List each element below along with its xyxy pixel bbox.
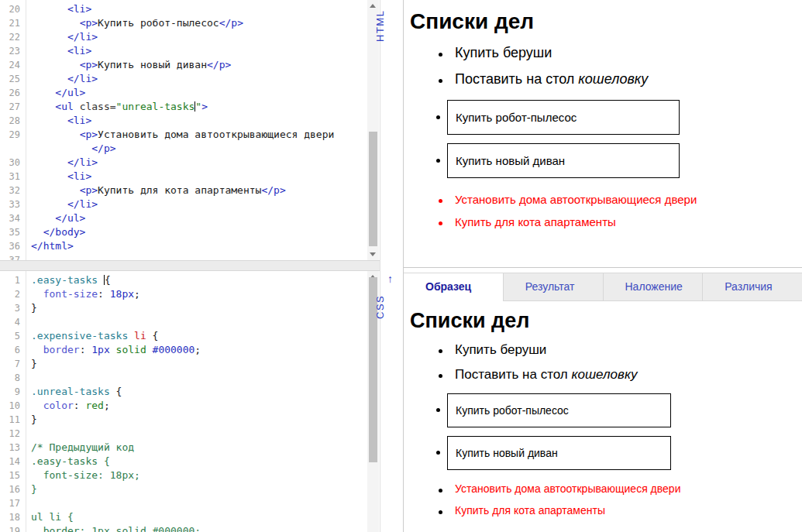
code-line[interactable]: 24 <p>Купить новый диван</p> (0, 58, 380, 72)
code-token: ul li { (31, 511, 74, 523)
code-line[interactable]: 5.expensive-tasks li { (0, 329, 380, 343)
code-line[interactable]: 25 </li> (0, 72, 380, 86)
code-line[interactable]: 34 </ul> (0, 211, 380, 225)
css-editor[interactable]: 1.easy-tasks {2 font-size: 18px;3}45.exp… (0, 271, 380, 532)
code-line[interactable]: 9.unreal-tasks { (0, 385, 380, 399)
line-number: 29 (0, 128, 31, 142)
code-line[interactable]: 6 border: 1px solid #000000; (0, 343, 380, 357)
code-line[interactable]: 2 font-size: 18px; (0, 287, 380, 301)
line-number: 36 (0, 239, 31, 253)
code-token: border (43, 344, 80, 355)
list-item: Поставить на стол кошеловку (455, 367, 802, 383)
code-text: </ul> (31, 86, 85, 100)
easy-tasks-list: Купить беруши Поставить на стол кошеловк… (410, 342, 802, 383)
code-token (98, 274, 104, 286)
code-token (31, 87, 55, 98)
code-line[interactable]: 7} (0, 357, 380, 371)
code-line[interactable]: 30 </li> (0, 156, 380, 170)
scrollbar-thumb[interactable] (369, 132, 377, 246)
preview-title: Списки дел (410, 9, 802, 34)
list-item: Поставить на стол кошеловку (455, 71, 802, 88)
code-line[interactable]: 15 font-size: 18px; (0, 469, 380, 482)
task-text: Установить дома автооткрывающиеся двери (455, 193, 802, 206)
code-line[interactable]: 35 </body> (0, 225, 380, 239)
code-line[interactable]: 3} (0, 301, 380, 315)
code-line[interactable]: 12 (0, 427, 380, 441)
line-number: 7 (0, 357, 31, 371)
html-code-area[interactable]: 20 <li>21 <p>Купить робот-пылесос</p>22 … (0, 0, 380, 260)
code-line[interactable]: 16} (0, 482, 380, 496)
tab-result[interactable]: Результат (503, 273, 603, 301)
code-token (31, 400, 43, 411)
code-token: </body> (43, 226, 86, 238)
code-line[interactable]: 22 </li> (0, 30, 380, 44)
code-line[interactable]: 31 <li> (0, 170, 380, 184)
code-token: <li> (67, 3, 91, 15)
code-line[interactable]: 27 <ul class="unreal-tasks"> (0, 100, 380, 114)
code-line[interactable]: 19 border: 1px solid #000000; (0, 524, 380, 532)
code-token: <li> (67, 115, 91, 126)
code-line[interactable]: 1.easy-tasks { (0, 273, 380, 287)
code-token (128, 330, 134, 342)
code-line[interactable]: 23 <li> (0, 44, 380, 58)
scroll-to-top-link[interactable]: ↑ (387, 273, 393, 285)
code-line[interactable]: </p> (0, 142, 380, 156)
line-number: 16 (0, 482, 31, 496)
line-number: 9 (0, 385, 31, 399)
code-line[interactable]: 14.easy-tasks { (0, 455, 380, 469)
code-token: font-size (43, 288, 98, 300)
code-token (31, 198, 67, 210)
tab-sample[interactable]: Образец (404, 273, 503, 301)
code-line[interactable]: 8 (0, 371, 380, 385)
code-token: <p> (80, 184, 98, 196)
easy-tasks-list: Купить беруши Поставить на стол кошеловк… (410, 45, 802, 88)
code-token: } (31, 302, 37, 314)
scroll-up-button[interactable] (370, 4, 376, 8)
code-token: </p> (207, 59, 231, 70)
code-token: class= (80, 101, 116, 112)
code-line[interactable]: 37 (0, 253, 380, 260)
code-line[interactable]: 36</html> (0, 239, 380, 253)
code-line[interactable]: 32 <p>Купить для кота апартаменты</p> (0, 184, 380, 197)
css-code-area[interactable]: 1.easy-tasks {2 font-size: 18px;3}45.exp… (0, 271, 380, 532)
tab-differences[interactable]: Различия (702, 273, 802, 301)
code-token: " (195, 101, 201, 112)
line-number: 19 (0, 524, 31, 532)
code-line[interactable]: 33 </li> (0, 197, 380, 211)
code-line[interactable]: 4 (0, 315, 380, 329)
code-token: > (201, 101, 208, 112)
tab-overlay[interactable]: Наложение (603, 273, 703, 301)
html-editor[interactable]: 20 <li>21 <p>Купить робот-пылесос</p>22 … (0, 0, 380, 260)
code-line[interactable]: 21 <p>Купить робот-пылесос</p> (0, 16, 380, 30)
code-text: <li> (31, 44, 91, 58)
task-text: Поставить на стол кошеловку (455, 71, 802, 88)
code-token: </li> (67, 198, 98, 210)
code-token: <p> (80, 129, 98, 140)
code-line[interactable]: 17 (0, 496, 380, 510)
code-token (31, 115, 67, 126)
code-token: #000000 (153, 344, 195, 355)
list-item: Установить дома автооткрывающиеся двери (455, 193, 802, 206)
code-line[interactable]: 18ul li { (0, 510, 380, 524)
scroll-down-button[interactable] (370, 252, 376, 256)
code-line[interactable]: 28 <li> (0, 114, 380, 128)
code-line[interactable]: 11} (0, 413, 380, 427)
pane-resizer[interactable] (0, 260, 380, 271)
line-number: 15 (0, 469, 31, 482)
html-pane-link[interactable]: HTML (374, 10, 386, 42)
code-line[interactable]: 29 <p>Установить дома автооткрывающиеся … (0, 128, 380, 142)
expensive-tasks-list: Купить робот-пылесос Купить новый диван (410, 100, 802, 178)
code-line[interactable]: 26 </ul> (0, 86, 380, 100)
line-number: 35 (0, 225, 31, 239)
task-text: Купить для кота апартаменты (455, 504, 802, 517)
code-text: </html> (31, 239, 74, 253)
code-line[interactable]: 20 <li> (0, 2, 380, 16)
code-text: } (31, 301, 37, 315)
code-text: <ul class="unreal-tasks"> (31, 100, 208, 114)
sample-preview: Списки дел Купить беруши Поставить на ст… (404, 309, 802, 517)
css-pane-link[interactable]: CSS (374, 295, 386, 319)
code-token: Купить для кота апартаменты (98, 184, 261, 196)
code-line[interactable]: 10 color: red; (0, 399, 380, 413)
line-number: 23 (0, 44, 31, 58)
code-line[interactable]: 13/* Предыдущий код (0, 441, 380, 455)
